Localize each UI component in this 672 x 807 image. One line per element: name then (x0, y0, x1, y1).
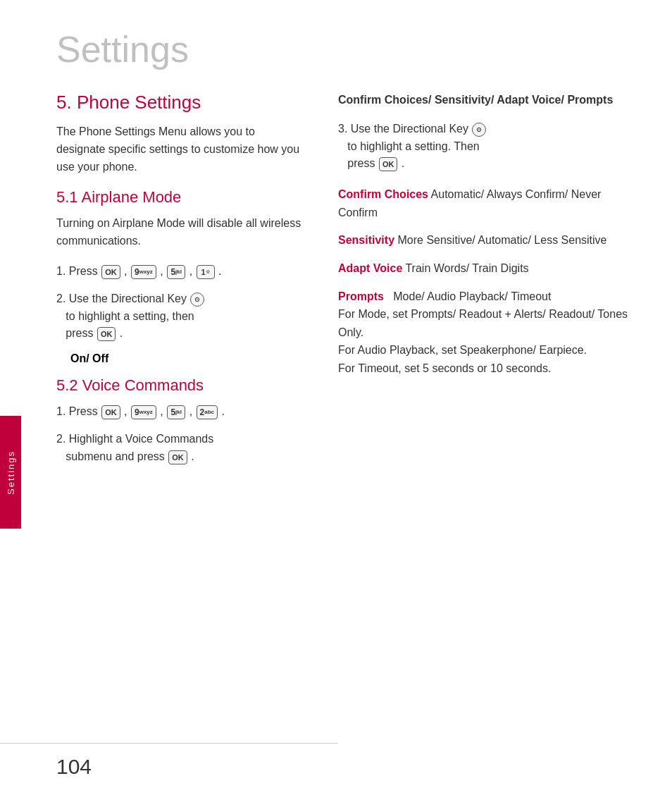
sensitivity-label: Sensitivity (338, 234, 394, 246)
right-step3: 3. Use the Directional Key ⊙ to highligh… (338, 121, 634, 173)
ok-key-5: OK (379, 157, 398, 171)
ok-key-2: OK (97, 327, 116, 341)
adapt-voice-block: Adapt Voice Train Words/ Train Digits (338, 259, 634, 278)
airplane-step1-prefix: 1. Press (56, 265, 98, 277)
right-header-text: Confirm Choices/ Sensitivity/ Adapt Voic… (338, 94, 613, 106)
airplane-mode-title: 5.1 Airplane Mode (56, 188, 303, 207)
period2: . (120, 327, 123, 339)
step3-line2: to highlight a setting. Then (338, 140, 480, 152)
left-column: 5. Phone Settings The Phone Settings Men… (56, 92, 324, 476)
adapt-voice-body: Train Words/ Train Digits (405, 262, 528, 274)
comma2: , (160, 265, 163, 277)
step3-period: . (402, 157, 404, 169)
ok-key-4: OK (168, 450, 187, 464)
prompts-label: Prompts (338, 290, 384, 302)
voice-step2: 2. Highlight a Voice Commands submenu an… (56, 431, 303, 466)
phone-settings-body: The Phone Settings Menu allows you to de… (56, 123, 303, 175)
main-content: 5. Phone Settings The Phone Settings Men… (0, 92, 672, 476)
five-key-1: 5jkl (167, 265, 185, 279)
bottom-divider (0, 743, 338, 744)
v-comma2: , (160, 405, 163, 417)
voice-step2-text: 2. Highlight a Voice Commands submenu an… (56, 433, 213, 462)
prompts-body: Mode/ Audio Playback/ TimeoutFor Mode, s… (338, 290, 628, 374)
airplane-step1: 1. Press OK , 9wxyz , 5jkl , 1☆ . (56, 263, 303, 281)
page-title: Settings (0, 0, 672, 92)
sensitivity-body: More Sensitive/ Automatic/ Less Sensitiv… (397, 234, 606, 246)
v-comma1: , (124, 405, 127, 417)
confirm-choices-block: Confirm Choices Automatic/ Always Confir… (338, 185, 634, 221)
step3-line3: press (338, 157, 378, 169)
five-key-2: 5jkl (167, 405, 185, 419)
nine-key-2: 9wxyz (131, 405, 156, 419)
voice-step1: 1. Press OK , 9wxyz , 5jkl , 2abc . (56, 403, 303, 421)
adapt-voice-label: Adapt Voice (338, 262, 402, 274)
confirm-choices-label: Confirm Choices (338, 188, 428, 200)
one-key-1: 1☆ (197, 265, 215, 279)
period1: . (218, 265, 221, 277)
step3-prefix: 3. Use the Directional Key (338, 123, 471, 135)
dir-key-1: ⊙ (190, 292, 204, 307)
right-column: Confirm Choices/ Sensitivity/ Adapt Voic… (324, 92, 634, 476)
airplane-mode-body: Turning on Airplane Mode will disable al… (56, 215, 303, 250)
page-number: 104 (56, 755, 92, 779)
v-period1: . (221, 405, 224, 417)
airplane-step2-line1: 2. Use the Directional Key (56, 292, 189, 304)
v-comma3: , (189, 405, 192, 417)
prompts-block: Prompts Mode/ Audio Playback/ TimeoutFor… (338, 288, 634, 378)
comma1: , (124, 265, 127, 277)
sensitivity-block: Sensitivity More Sensitive/ Automatic/ L… (338, 231, 634, 250)
ok-key-1: OK (101, 265, 120, 279)
two-key-1: 2abc (197, 405, 218, 419)
comma3: , (189, 265, 192, 277)
v-period2: . (191, 450, 194, 462)
airplane-step2: 2. Use the Directional Key ⊙ to highligh… (56, 290, 303, 343)
voice-commands-title: 5.2 Voice Commands (56, 376, 303, 395)
nine-key-1: 9wxyz (131, 265, 156, 279)
voice-step1-prefix: 1. Press (56, 405, 98, 417)
airplane-step2-line3: press (56, 327, 97, 339)
sidebar-tab: Settings (0, 416, 21, 529)
ok-key-3: OK (101, 405, 120, 419)
on-off-label: On/ Off (70, 352, 303, 365)
dir-key-2: ⊙ (472, 123, 486, 137)
right-header: Confirm Choices/ Sensitivity/ Adapt Voic… (338, 92, 634, 109)
sidebar-tab-label: Settings (6, 450, 16, 495)
phone-settings-title: 5. Phone Settings (56, 92, 303, 113)
airplane-step2-line2: to highlight a setting, then (56, 310, 194, 322)
